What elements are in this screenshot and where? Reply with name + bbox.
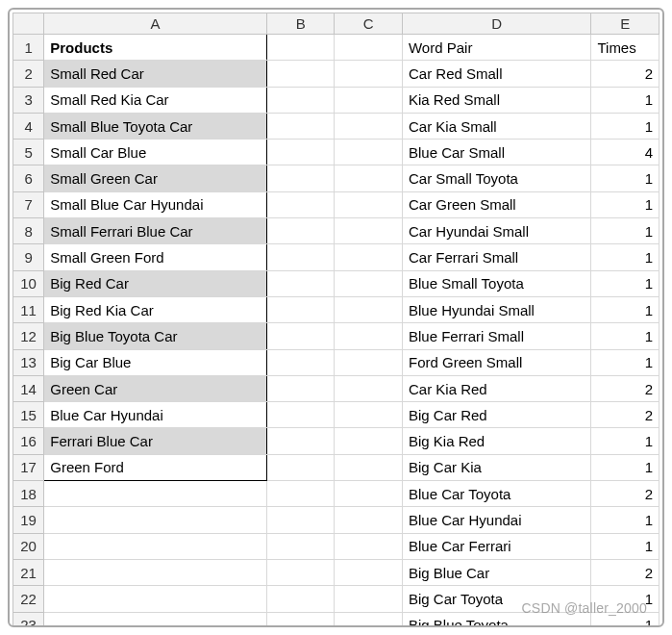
cell-D4[interactable]: Car Kia Small: [402, 113, 590, 139]
row-header-5[interactable]: 5: [13, 140, 44, 165]
cell-D11[interactable]: Blue Hyundai Small: [402, 296, 590, 322]
row-header-22[interactable]: 22: [13, 586, 44, 612]
cell-A8[interactable]: Small Ferrari Blue Car: [44, 218, 267, 244]
cell-B6[interactable]: [266, 165, 335, 191]
row-header-23[interactable]: 23: [13, 612, 44, 627]
cell-D3[interactable]: Kia Red Small: [402, 87, 590, 113]
cell-E12[interactable]: 1: [591, 323, 660, 349]
cell-A12[interactable]: Big Blue Toyota Car: [44, 323, 267, 349]
cell-B5[interactable]: [266, 140, 335, 165]
select-all-corner[interactable]: [13, 13, 44, 35]
cell-C18[interactable]: [335, 481, 403, 507]
cell-B4[interactable]: [266, 113, 335, 139]
row-header-3[interactable]: 3: [13, 87, 44, 113]
cell-E7[interactable]: 1: [591, 191, 660, 217]
row-header-13[interactable]: 13: [13, 349, 44, 375]
cell-D21[interactable]: Big Blue Car: [402, 559, 590, 585]
cell-C16[interactable]: [335, 428, 403, 454]
cell-E22[interactable]: 1: [591, 586, 660, 612]
cell-E5[interactable]: 4: [591, 140, 660, 165]
row-header-15[interactable]: 15: [13, 402, 44, 428]
cell-C5[interactable]: [335, 140, 403, 165]
cell-B9[interactable]: [266, 244, 335, 270]
cell-E10[interactable]: 1: [591, 270, 660, 296]
row-header-9[interactable]: 9: [13, 244, 44, 270]
cell-B16[interactable]: [266, 428, 335, 454]
cell-D9[interactable]: Car Ferrari Small: [402, 244, 590, 270]
cell-B7[interactable]: [266, 191, 335, 217]
cell-C1[interactable]: [335, 35, 403, 61]
row-header-18[interactable]: 18: [13, 481, 44, 507]
cell-A18[interactable]: [44, 481, 267, 507]
cell-C10[interactable]: [335, 270, 403, 296]
cell-B19[interactable]: [266, 507, 335, 533]
row-header-20[interactable]: 20: [13, 533, 44, 559]
col-header-E[interactable]: E: [591, 13, 660, 35]
cell-B22[interactable]: [266, 586, 335, 612]
cell-D13[interactable]: Ford Green Small: [402, 349, 590, 375]
cell-D14[interactable]: Car Kia Red: [402, 375, 590, 401]
col-header-D[interactable]: D: [402, 13, 590, 35]
cell-A6[interactable]: Small Green Car: [44, 165, 267, 191]
cell-A17[interactable]: Green Ford: [44, 454, 267, 480]
cell-B13[interactable]: [266, 349, 335, 375]
cell-B2[interactable]: [266, 61, 335, 87]
cell-E17[interactable]: 1: [591, 454, 660, 480]
row-header-4[interactable]: 4: [13, 113, 44, 139]
cell-E4[interactable]: 1: [591, 113, 660, 139]
cell-A10[interactable]: Big Red Car: [44, 270, 267, 296]
cell-A19[interactable]: [44, 507, 267, 533]
cell-B11[interactable]: [266, 296, 335, 322]
cell-C9[interactable]: [335, 244, 403, 270]
cell-A4[interactable]: Small Blue Toyota Car: [44, 113, 267, 139]
cell-E20[interactable]: 1: [591, 533, 660, 559]
cell-C19[interactable]: [335, 507, 403, 533]
cell-D1[interactable]: Word Pair: [402, 35, 590, 61]
col-header-A[interactable]: A: [44, 13, 267, 35]
cell-A23[interactable]: [44, 612, 267, 627]
row-header-11[interactable]: 11: [13, 296, 44, 322]
cell-D12[interactable]: Blue Ferrari Small: [402, 323, 590, 349]
cell-B10[interactable]: [266, 270, 335, 296]
cell-E3[interactable]: 1: [591, 87, 660, 113]
cell-E2[interactable]: 2: [591, 61, 660, 87]
cell-A3[interactable]: Small Red Kia Car: [44, 87, 267, 113]
cell-A7[interactable]: Small Blue Car Hyundai: [44, 191, 267, 217]
cell-D15[interactable]: Big Car Red: [402, 402, 590, 428]
cell-B15[interactable]: [266, 402, 335, 428]
cell-A9[interactable]: Small Green Ford: [44, 244, 267, 270]
row-header-2[interactable]: 2: [13, 61, 44, 87]
row-header-7[interactable]: 7: [13, 191, 44, 217]
cell-B17[interactable]: [266, 454, 335, 480]
cell-D18[interactable]: Blue Car Toyota: [402, 481, 590, 507]
col-header-C[interactable]: C: [335, 13, 403, 35]
cell-C11[interactable]: [335, 296, 403, 322]
cell-B1[interactable]: [266, 35, 335, 61]
cell-A14[interactable]: Green Car: [44, 375, 267, 401]
cell-E6[interactable]: 1: [591, 165, 660, 191]
cell-C8[interactable]: [335, 218, 403, 244]
row-header-1[interactable]: 1: [13, 35, 44, 61]
cell-D8[interactable]: Car Hyundai Small: [402, 218, 590, 244]
cell-A2[interactable]: Small Red Car: [44, 61, 267, 87]
cell-A5[interactable]: Small Car Blue: [44, 140, 267, 165]
cell-E13[interactable]: 1: [591, 349, 660, 375]
cell-A1[interactable]: Products: [44, 35, 267, 61]
cell-E16[interactable]: 1: [591, 428, 660, 454]
cell-C3[interactable]: [335, 87, 403, 113]
cell-E23[interactable]: 1: [591, 612, 660, 627]
cell-B21[interactable]: [266, 559, 335, 585]
cell-D5[interactable]: Blue Car Small: [402, 140, 590, 165]
cell-B12[interactable]: [266, 323, 335, 349]
cell-B18[interactable]: [266, 481, 335, 507]
row-header-8[interactable]: 8: [13, 218, 44, 244]
cell-C7[interactable]: [335, 191, 403, 217]
cell-B14[interactable]: [266, 375, 335, 401]
cell-C17[interactable]: [335, 454, 403, 480]
row-header-16[interactable]: 16: [13, 428, 44, 454]
cell-E1[interactable]: Times: [591, 35, 660, 61]
cell-B8[interactable]: [266, 218, 335, 244]
cell-C23[interactable]: [335, 612, 403, 627]
cell-D19[interactable]: Blue Car Hyundai: [402, 507, 590, 533]
row-header-6[interactable]: 6: [13, 165, 44, 191]
